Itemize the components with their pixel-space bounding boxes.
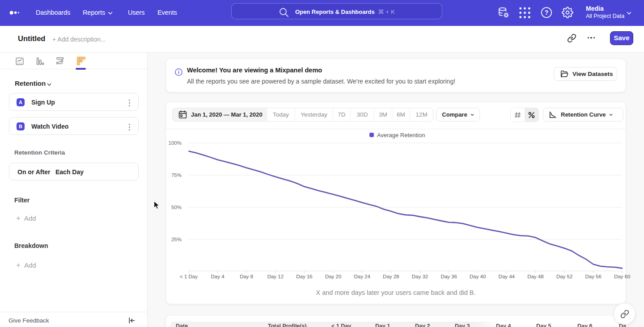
svg-text:Day 28: Day 28 bbox=[383, 274, 399, 279]
svg-text:Day 60: Day 60 bbox=[614, 274, 630, 279]
svg-text:?: ? bbox=[545, 9, 549, 16]
svg-text:Day 24: Day 24 bbox=[354, 274, 370, 279]
svg-text:Day 8: Day 8 bbox=[240, 274, 253, 279]
svg-text:75%: 75% bbox=[171, 172, 182, 178]
svg-text:Day 16: Day 16 bbox=[296, 274, 312, 279]
svg-text:Day 12: Day 12 bbox=[267, 274, 284, 279]
svg-text:Day 48: Day 48 bbox=[527, 274, 543, 279]
svg-text:Day 44: Day 44 bbox=[499, 274, 515, 279]
svg-text:< 1 Day: < 1 Day bbox=[180, 274, 198, 279]
svg-text:Average Retention: Average Retention bbox=[377, 132, 425, 138]
svg-text:Day 36: Day 36 bbox=[441, 274, 457, 279]
svg-text:Day 20: Day 20 bbox=[325, 274, 341, 279]
svg-text:25%: 25% bbox=[171, 237, 182, 242]
svg-text:Day 32: Day 32 bbox=[412, 274, 428, 279]
svg-text:100%: 100% bbox=[169, 140, 182, 146]
svg-text:Day 52: Day 52 bbox=[556, 274, 572, 279]
svg-text:Day 56: Day 56 bbox=[585, 274, 601, 279]
svg-text:Day 4: Day 4 bbox=[211, 274, 225, 279]
svg-text:50%: 50% bbox=[171, 205, 182, 210]
svg-text:Day 40: Day 40 bbox=[470, 274, 486, 279]
